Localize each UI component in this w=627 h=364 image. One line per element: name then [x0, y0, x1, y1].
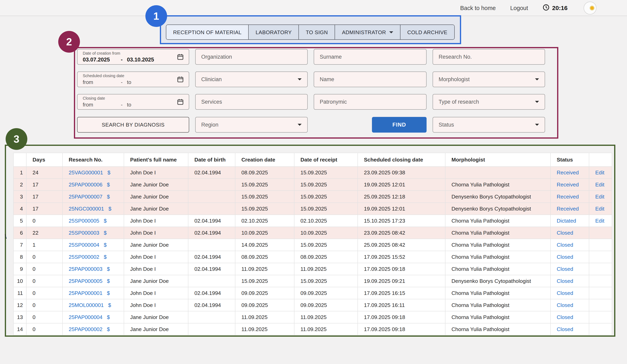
- status-link[interactable]: Received: [557, 194, 579, 200]
- research-number-link[interactable]: 25MOL000001: [69, 302, 104, 308]
- morphologist-select[interactable]: Morphologist: [433, 71, 545, 87]
- billing-dollar-icon[interactable]: $: [107, 169, 110, 176]
- search-by-diagnosis-button[interactable]: SEARCH BY DIAGNOSIS: [77, 117, 189, 133]
- billing-dollar-icon[interactable]: $: [107, 326, 110, 332]
- date-from-placeholder[interactable]: from: [83, 79, 116, 85]
- date-of-receipt-cell: 15.09.2025: [294, 166, 358, 179]
- research-no-cell: 25NGC000001$: [62, 203, 124, 215]
- research-no-input[interactable]: [433, 49, 545, 65]
- morphologist-cell: Chorna Yulia Pathologist: [445, 287, 550, 299]
- billing-dollar-icon[interactable]: $: [104, 230, 107, 236]
- find-button[interactable]: FIND: [372, 117, 426, 133]
- select-placeholder: Status: [439, 122, 535, 128]
- billing-dollar-icon[interactable]: $: [107, 278, 110, 284]
- select-placeholder: Type of research: [439, 99, 535, 105]
- research-no-cell: 25PAP000007$: [62, 191, 124, 203]
- research-number-link[interactable]: 25PAP000006: [69, 182, 103, 188]
- back-to-home-link[interactable]: Back to home: [460, 5, 496, 11]
- billing-dollar-icon[interactable]: $: [108, 302, 111, 308]
- billing-dollar-icon[interactable]: $: [104, 254, 107, 260]
- tab-reception-of-material[interactable]: RECEPTION OF MATERIAL: [166, 25, 248, 39]
- tab-to-sign[interactable]: TO SIGN: [299, 25, 335, 39]
- calendar-icon[interactable]: [176, 52, 185, 61]
- edit-link[interactable]: Edit: [595, 194, 604, 200]
- research-number-link[interactable]: 25PAP000005: [69, 278, 103, 284]
- scheduled-closing-date-cell: 19.09.2025 12:01: [358, 203, 445, 215]
- surname-input[interactable]: [314, 49, 426, 65]
- research-number-link[interactable]: 25PAP000003: [69, 266, 103, 272]
- scheduled-closing-date-range-field[interactable]: Scheduled closing date from - to: [77, 71, 189, 87]
- col-header-date-of-birth: Date of birth: [188, 153, 235, 166]
- research-number-link[interactable]: 25PAP000007: [69, 194, 103, 200]
- avatar[interactable]: [584, 1, 596, 14]
- research-number-link[interactable]: 25SP000005: [69, 218, 100, 224]
- services-input[interactable]: [195, 94, 308, 110]
- status-link[interactable]: Closed: [557, 290, 573, 296]
- research-number-link[interactable]: 25PAP000002: [69, 326, 103, 332]
- edit-link[interactable]: Edit: [595, 182, 604, 188]
- table-row: 14025PAP000002$Jane Junior Doe11.09.2025…: [13, 323, 612, 335]
- research-no-cell: 25PAP000001$: [62, 287, 124, 299]
- research-number-link[interactable]: 25NGC000001: [69, 206, 104, 212]
- date-from-placeholder[interactable]: from: [83, 102, 116, 108]
- field-label: Date of creation from: [83, 51, 176, 56]
- research-number-link[interactable]: 25SP000002: [69, 254, 100, 260]
- clinician-select[interactable]: Clinician: [195, 71, 308, 87]
- edit-link[interactable]: Edit: [595, 206, 604, 212]
- date-of-receipt-cell: 10.09.2025: [294, 227, 358, 239]
- status-link[interactable]: Received: [557, 182, 579, 188]
- status-cell: Dictated: [550, 215, 589, 227]
- status-link[interactable]: Closed: [557, 326, 573, 332]
- billing-dollar-icon[interactable]: $: [107, 290, 110, 296]
- status-link[interactable]: Dictated: [557, 218, 576, 224]
- results-table: Days Research No. Patient's full name Da…: [13, 153, 612, 335]
- status-select[interactable]: Status: [433, 117, 545, 133]
- research-number-link[interactable]: 25SP000004: [69, 242, 100, 248]
- billing-dollar-icon[interactable]: $: [107, 314, 110, 320]
- date-to-placeholder[interactable]: to: [127, 79, 131, 85]
- date-of-receipt-cell: 02.10.2025: [294, 215, 358, 227]
- tab-cold-archive[interactable]: COLD ARCHIVE: [400, 25, 454, 39]
- status-link[interactable]: Closed: [557, 314, 573, 320]
- research-number-link[interactable]: 25VAG000001: [69, 169, 103, 176]
- date-to-placeholder[interactable]: to: [127, 102, 131, 108]
- research-number-link[interactable]: 25PAP000001: [69, 290, 103, 296]
- type-of-research-select[interactable]: Type of research: [433, 94, 545, 110]
- billing-dollar-icon[interactable]: $: [104, 218, 107, 224]
- billing-dollar-icon[interactable]: $: [108, 206, 111, 212]
- name-input[interactable]: [314, 71, 426, 87]
- status-link[interactable]: Closed: [557, 230, 573, 236]
- creation-date-range-field[interactable]: Date of creation from 03.07.2025 - 03.10…: [77, 49, 189, 65]
- edit-link[interactable]: Edit: [595, 218, 604, 224]
- status-link[interactable]: Closed: [557, 254, 573, 260]
- date-of-birth-cell: [188, 179, 235, 191]
- field-label: Closing date: [83, 96, 176, 101]
- billing-dollar-icon[interactable]: $: [104, 242, 107, 248]
- status-link[interactable]: Received: [557, 169, 579, 176]
- table-row: 5025SP000005$John Doe I02.04.199402.10.2…: [13, 215, 612, 227]
- status-link[interactable]: Closed: [557, 242, 573, 248]
- billing-dollar-icon[interactable]: $: [107, 266, 110, 272]
- status-link[interactable]: Closed: [557, 266, 573, 272]
- date-to-value[interactable]: 03.10.2025: [127, 57, 154, 63]
- patient-name-cell: Jane Junior Doe: [124, 275, 188, 287]
- billing-dollar-icon[interactable]: $: [107, 194, 110, 200]
- logout-link[interactable]: Logout: [510, 5, 528, 11]
- tab-laboratory[interactable]: LABORATORY: [248, 25, 299, 39]
- status-link[interactable]: Closed: [557, 302, 573, 308]
- date-of-birth-cell: 02.04.1994: [188, 251, 235, 263]
- edit-link[interactable]: Edit: [595, 169, 604, 176]
- research-number-link[interactable]: 25SP000003: [69, 230, 100, 236]
- status-link[interactable]: Closed: [557, 278, 573, 284]
- status-link[interactable]: Received: [557, 206, 579, 212]
- organization-input[interactable]: [195, 49, 308, 65]
- calendar-icon[interactable]: [176, 98, 185, 106]
- date-from-value[interactable]: 03.07.2025: [83, 57, 116, 63]
- research-number-link[interactable]: 25PAP000004: [69, 314, 103, 320]
- tab-administrator[interactable]: ADMINISTRATOR: [335, 25, 400, 39]
- region-select[interactable]: Region: [195, 117, 308, 133]
- calendar-icon[interactable]: [176, 75, 185, 84]
- patronymic-input[interactable]: [314, 94, 426, 110]
- closing-date-range-field[interactable]: Closing date from - to: [77, 94, 189, 110]
- billing-dollar-icon[interactable]: $: [107, 182, 110, 188]
